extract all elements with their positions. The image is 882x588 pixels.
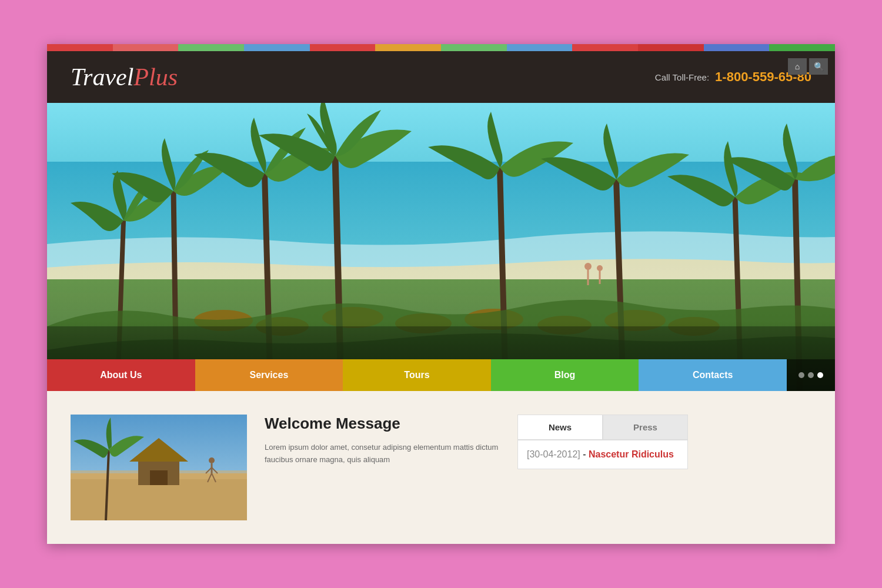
logo-travel: Travel (71, 64, 133, 91)
news-content: [30-04-2012] - Nascetur Ridiculus (517, 440, 688, 469)
slider-dot-3[interactable] (817, 372, 823, 378)
svg-point-23 (597, 265, 603, 271)
color-bar-segment (638, 44, 704, 51)
news-tabs: News Press (517, 415, 688, 440)
home-icon: ⌂ (795, 62, 800, 71)
home-button[interactable]: ⌂ (788, 58, 807, 75)
color-bar-segment (244, 44, 310, 51)
slider-dot-2[interactable] (808, 372, 814, 378)
news-date: [30-04-2012] (527, 449, 580, 459)
nav-services[interactable]: Services (195, 359, 343, 391)
browser-wrapper: ⌂ 🔍 TravelPlus Call Toll-Free: 1-800-559… (47, 44, 835, 544)
tab-news[interactable]: News (517, 415, 603, 439)
color-bar (47, 44, 835, 51)
welcome-title: Welcome Message (265, 415, 500, 433)
phone-label: Call Toll-Free: (655, 72, 709, 82)
content-area: Welcome Message Lorem ipsum dolor amet, … (47, 391, 835, 544)
color-bar-segment (704, 44, 770, 51)
hero-section: About Us Services Tours Blog Contacts (47, 103, 835, 391)
color-bar-segment (310, 44, 376, 51)
color-bar-segment (178, 44, 244, 51)
content-image-svg (71, 415, 247, 520)
svg-point-31 (209, 457, 215, 463)
color-bar-segment (441, 44, 507, 51)
search-icon: 🔍 (814, 62, 824, 71)
site-header: ⌂ 🔍 TravelPlus Call Toll-Free: 1-800-559… (47, 51, 835, 103)
color-bar-segment (113, 44, 179, 51)
nav-bar: About Us Services Tours Blog Contacts (47, 359, 835, 391)
logo[interactable]: TravelPlus (71, 63, 178, 91)
slider-dots (787, 359, 835, 391)
svg-point-21 (584, 263, 592, 270)
nav-tours[interactable]: Tours (343, 359, 491, 391)
color-bar-segment (47, 44, 113, 51)
nav-blog[interactable]: Blog (491, 359, 639, 391)
logo-plus: Plus (133, 64, 178, 91)
nav-contacts[interactable]: Contacts (639, 359, 787, 391)
color-bar-segment (769, 44, 835, 51)
news-separator: - (580, 449, 589, 459)
content-image-inner (71, 415, 247, 520)
news-article-title: Nascetur Ridiculus (589, 449, 674, 459)
color-bar-segment (572, 44, 638, 51)
tab-press[interactable]: Press (603, 415, 688, 439)
color-bar-segment (507, 44, 573, 51)
content-image (71, 415, 247, 520)
color-bar-segment (375, 44, 441, 51)
slider-dot-1[interactable] (799, 372, 804, 378)
header-icons: ⌂ 🔍 (788, 58, 828, 75)
nav-about-us[interactable]: About Us (47, 359, 195, 391)
svg-rect-29 (150, 470, 168, 485)
news-section: News Press [30-04-2012] - Nascetur Ridic… (517, 415, 688, 520)
welcome-text: Lorem ipsum dolor amet, consetur adipisn… (265, 442, 500, 466)
search-button[interactable]: 🔍 (809, 58, 828, 75)
welcome-section: Welcome Message Lorem ipsum dolor amet, … (265, 415, 500, 520)
